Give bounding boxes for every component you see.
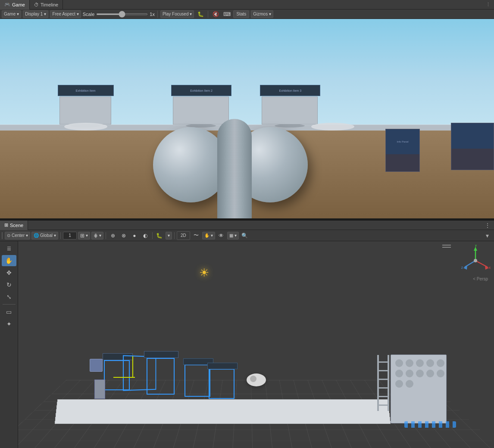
scene-debug-btn[interactable]: 🐛 (155, 232, 164, 240)
chevron-down-icon: ▾ (99, 233, 101, 238)
scene-toolbar-separator5 (152, 232, 153, 239)
toolbar-separator2 (208, 11, 208, 18)
timeline-tab-icon: ⏱ (34, 2, 39, 7)
side-rotate-tool[interactable]: ↻ (2, 279, 16, 290)
mute-icon-btn[interactable]: 🔇 (211, 10, 220, 18)
center-icon: ⊙ (7, 233, 10, 238)
svg-point-6 (474, 259, 477, 262)
svg-text:z: z (461, 265, 463, 270)
chevron-down-icon: ▾ (269, 12, 271, 16)
exhibit-stand-2: Exhibition Item 2 (173, 96, 229, 124)
scene-toolbar: ⊙ Center ▾ 🌐 Global ▾ ⊞ ▾ ⋕ ▾ ⊕ ⊗ ● ◐ 🐛 (0, 230, 494, 241)
bottom-section: ⊞ Scene ⋮ ⊙ Center ▾ 🌐 Global ▾ ⊞ ▾ ⋕ ▾ (0, 221, 494, 448)
scene-tab-icon: ⊞ (4, 222, 8, 228)
scene-chain (404, 421, 456, 428)
scene-tab-more[interactable]: ⋮ (481, 222, 494, 229)
scale-icon: ⤡ (6, 293, 12, 300)
viewport-sky-btn[interactable]: ◐ (141, 232, 150, 240)
scale-value: 1x (150, 12, 155, 17)
global-dropdown[interactable]: 🌐 Global ▾ (31, 232, 58, 240)
stats-button[interactable]: Stats (233, 10, 249, 18)
timeline-tab[interactable]: ⏱ Timeline (30, 0, 63, 9)
scene-wall (391, 355, 447, 423)
chevron-down-icon: ▾ (26, 233, 28, 238)
scene-toolbar-more[interactable]: ▾ (482, 232, 492, 239)
chevron-down-icon: ▾ (211, 233, 213, 238)
svg-marker-1 (474, 247, 477, 251)
grid-options-dropdown[interactable]: ⋕ ▾ (91, 232, 103, 240)
game-viewport: Exhibition Item Exhibition Item 2 Exhibi… (0, 19, 494, 218)
transform-gizmo (132, 356, 133, 378)
aspect-dropdown[interactable]: Free Aspect ▾ (50, 10, 81, 18)
scale-slider-input[interactable] (96, 13, 148, 15)
viewport-lighting-btn[interactable]: ⊕ (108, 232, 118, 240)
chevron-down-icon: ▾ (17, 12, 19, 16)
side-hand-tool[interactable]: ✋ (2, 255, 16, 266)
chevron-down-icon: ▾ (190, 12, 192, 16)
2d-button[interactable]: 2D (177, 231, 190, 240)
transform-gizmo-h (113, 377, 135, 378)
keyboard-icon-btn[interactable]: ⌨ (222, 10, 231, 18)
side-rect-tool[interactable]: ▭ (2, 306, 16, 317)
side-move-tool[interactable]: ✥ (2, 267, 16, 278)
layout-icon: ▦ (229, 233, 233, 238)
scene-top-right-lines (442, 245, 451, 248)
stand-base-3 (275, 124, 305, 128)
gizmos-dropdown[interactable]: Gizmos ▾ (251, 10, 273, 18)
display-dropdown[interactable]: Display 1 ▾ (23, 10, 48, 18)
hamburger-icon: ☰ (7, 246, 11, 252)
scene-toolbar-line (2, 232, 3, 239)
rect-icon: ▭ (6, 308, 12, 315)
scene-debug-dropdown[interactable]: ▾ (166, 232, 172, 240)
view-hand-icon: ✋ (204, 233, 209, 238)
game-tab-more[interactable]: ⋮ (482, 2, 494, 7)
grid-snap-icon: ⊞ (80, 233, 84, 239)
scene-side-toolbar: ☰ ✋ ✥ ↻ ⤡ ▭ ✦ (0, 241, 18, 448)
exhibit-panel-far-right (451, 123, 494, 170)
rotate-icon: ↻ (6, 281, 12, 288)
scene-white-platform (55, 399, 391, 423)
toolbar-separator4 (106, 232, 106, 239)
game-dropdown[interactable]: Game ▾ (2, 10, 21, 18)
bug-icon-btn[interactable]: 🐛 (196, 10, 205, 18)
view-layout-dropdown[interactable]: ▦ ▾ (227, 232, 239, 240)
game-toolbar: Game ▾ Display 1 ▾ Free Aspect ▾ Scale 1… (0, 9, 494, 19)
side-hamburger[interactable]: ☰ (2, 243, 16, 254)
toolbar-separator (157, 11, 158, 18)
timeline-tab-label: Timeline (41, 2, 58, 7)
grid-snap-dropdown[interactable]: ⊞ ▾ (78, 232, 90, 240)
side-scale-tool[interactable]: ⤡ (2, 291, 16, 302)
exhibit-panel-1: Exhibition Item (58, 85, 114, 96)
scene-exhibit-5 (209, 369, 234, 399)
audio-wave-btn[interactable]: 〜 (191, 232, 201, 240)
svg-marker-5 (463, 265, 467, 270)
view-search-btn[interactable]: 🔍 (240, 232, 250, 240)
viewport-shading-btn[interactable]: ● (130, 232, 139, 240)
scale-control: Scale 1x (83, 12, 155, 17)
exhibit-stand-1: Exhibition Item (59, 96, 111, 124)
scene-tab[interactable]: ⊞ Scene (0, 221, 28, 230)
hand-icon: ✋ (5, 257, 13, 264)
exhibit-panel-3: Exhibition Item 3 (260, 85, 320, 96)
toolbar-separator3 (60, 232, 61, 239)
scene-toolbar-separator6 (174, 232, 175, 239)
pivot-value-input[interactable] (63, 232, 77, 240)
play-focused-dropdown[interactable]: Play Focused ▾ (160, 10, 194, 18)
side-custom-tool[interactable]: ✦ (2, 318, 16, 330)
view-hidden-btn[interactable]: 👁 (216, 232, 226, 240)
scene-exhibit-3 (147, 358, 175, 395)
exhibit-stand-3: Exhibition Item 3 (262, 96, 318, 124)
chevron-down-icon: ▾ (44, 12, 46, 16)
scene-pedestal (94, 380, 105, 399)
scene-exhibit-4 (184, 364, 210, 397)
game-tab[interactable]: 🎮 Game (0, 0, 30, 9)
scene-viewport: ☰ ✋ ✥ ↻ ⤡ ▭ ✦ (0, 241, 494, 448)
scale-label: Scale (83, 12, 95, 17)
view-mode-dropdown[interactable]: ✋ ▾ (202, 232, 215, 240)
column-center (217, 119, 252, 219)
viewport-effects-btn[interactable]: ⊗ (119, 232, 128, 240)
chevron-down-icon: ▾ (54, 233, 56, 238)
center-dropdown[interactable]: ⊙ Center ▾ (5, 232, 30, 240)
exhibit-panel-2: Exhibition Item 2 (171, 85, 231, 96)
chevron-down-icon: ▾ (77, 12, 79, 16)
